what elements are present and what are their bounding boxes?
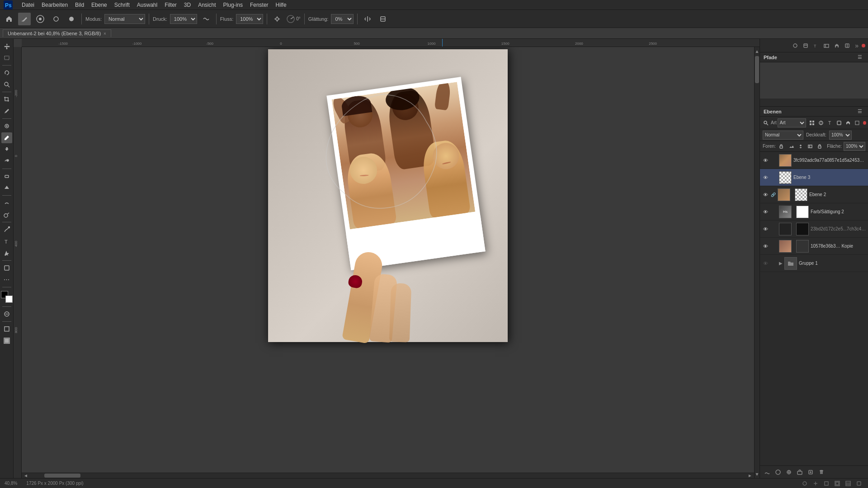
brush-tool-button[interactable] bbox=[18, 13, 31, 25]
paint-bucket-tool[interactable] bbox=[1, 183, 12, 193]
add-new-layer-button[interactable] bbox=[806, 468, 815, 477]
background-color[interactable] bbox=[5, 296, 13, 303]
brush-tool[interactable] bbox=[1, 132, 12, 143]
menu-datei[interactable]: Datei bbox=[18, 1, 38, 9]
filter-smart-icon[interactable] bbox=[844, 118, 852, 127]
lock-transparent-button[interactable] bbox=[778, 142, 785, 151]
move-tool[interactable] bbox=[1, 41, 12, 52]
layer-visibility-6[interactable]: 👁 bbox=[762, 243, 769, 250]
layer-item[interactable]: 👁 3fc992adc9a77a0857e1d5a245361ec1 bbox=[760, 152, 868, 169]
symmetry-button[interactable] bbox=[361, 13, 374, 25]
quick-mask-tool[interactable] bbox=[1, 309, 12, 319]
layer-item[interactable]: 👁 23bd2d172c2e5...7ch3c42734_Kopie... bbox=[760, 221, 868, 238]
scroll-down-button[interactable]: ▼ bbox=[755, 470, 760, 478]
add-layer-style-button[interactable] bbox=[763, 468, 772, 477]
add-mask-button[interactable] bbox=[774, 468, 783, 477]
fluss-select[interactable]: 100% bbox=[236, 14, 263, 24]
layer-visibility-3[interactable]: 👁 bbox=[762, 191, 769, 198]
document-canvas[interactable] bbox=[268, 49, 508, 342]
menu-bearbeiten[interactable]: Bearbeiten bbox=[38, 1, 71, 9]
panel-icon-5[interactable] bbox=[832, 41, 841, 50]
menu-bild[interactable]: Bild bbox=[71, 1, 88, 9]
layer-visibility-2[interactable]: 👁 bbox=[762, 174, 769, 181]
eraser-tool[interactable] bbox=[1, 171, 12, 182]
panel-icon-4[interactable] bbox=[822, 41, 831, 50]
fill-select[interactable]: 100% bbox=[844, 142, 865, 151]
pfade-menu[interactable]: ☰ bbox=[855, 53, 864, 62]
glaettung-select[interactable]: 0% bbox=[331, 14, 354, 24]
pen-tool[interactable] bbox=[1, 224, 12, 235]
dodge-tool[interactable] bbox=[1, 209, 12, 220]
shapes-tool[interactable] bbox=[1, 263, 12, 273]
airbrush-button[interactable] bbox=[200, 13, 212, 25]
quick-select-tool[interactable] bbox=[1, 79, 12, 90]
scroll-right-button[interactable]: ► bbox=[746, 473, 754, 478]
group-arrow[interactable]: ▶ bbox=[779, 261, 783, 266]
color-swatches[interactable] bbox=[1, 291, 13, 303]
panel-expand-button[interactable]: » bbox=[855, 42, 859, 49]
extra-screen-mode[interactable] bbox=[1, 335, 12, 346]
layer-item[interactable]: 👁 10578e36b3… Kopie bbox=[760, 238, 868, 255]
filter-text-icon[interactable]: T bbox=[826, 118, 834, 127]
layer-visibility-1[interactable]: 👁 bbox=[762, 157, 769, 164]
menu-auswahl[interactable]: Auswahl bbox=[133, 1, 161, 9]
crop-tool[interactable] bbox=[1, 94, 12, 105]
status-icon-3[interactable] bbox=[822, 479, 831, 488]
lock-artboard-button[interactable] bbox=[806, 142, 814, 151]
tab-close-button[interactable]: × bbox=[104, 31, 106, 36]
brush-hardness-button[interactable] bbox=[65, 13, 78, 25]
status-icon-4[interactable] bbox=[833, 479, 842, 488]
panel-icon-6[interactable] bbox=[843, 41, 852, 50]
layer-item[interactable]: 👁 ▶ Gruppe 1 bbox=[760, 255, 868, 272]
brush-preset-button[interactable] bbox=[50, 13, 62, 25]
blend-mode-select[interactable]: Normal bbox=[763, 131, 803, 140]
menu-3d[interactable]: 3D bbox=[180, 1, 194, 9]
spot-heal-tool[interactable] bbox=[1, 121, 12, 131]
menu-schrift[interactable]: Schrift bbox=[111, 1, 133, 9]
scrollbar-thumb-h[interactable] bbox=[44, 474, 80, 478]
status-icon-6[interactable] bbox=[854, 479, 863, 488]
filter-effect-icon[interactable] bbox=[853, 118, 861, 127]
layer-item[interactable]: 👁 Hs Farb/Sättigung 2 bbox=[760, 203, 868, 221]
menu-fenster[interactable]: Fenster bbox=[246, 1, 272, 9]
tab-document[interactable]: Unbenannt-2 bei 40,8% (Ebene 3, RGB/8) × bbox=[3, 29, 111, 37]
scroll-up-button[interactable]: ▲ bbox=[755, 47, 760, 55]
blur-tool[interactable] bbox=[1, 197, 12, 208]
history-brush-tool[interactable] bbox=[1, 156, 12, 167]
screen-mode-button[interactable] bbox=[1, 324, 12, 334]
more-tools[interactable]: ··· bbox=[1, 274, 12, 285]
status-icon-5[interactable] bbox=[844, 479, 853, 488]
layer-visibility-7[interactable]: 👁 bbox=[762, 260, 769, 267]
opacity-select[interactable]: 100% bbox=[829, 131, 852, 140]
lasso-tool[interactable] bbox=[1, 67, 12, 78]
menu-plugins[interactable]: Plug-ins bbox=[220, 1, 246, 9]
layer-visibility-5[interactable]: 👁 bbox=[762, 225, 769, 233]
status-icon-2[interactable] bbox=[811, 479, 820, 488]
filter-shape-icon[interactable] bbox=[835, 118, 843, 127]
layer-item[interactable]: 👁 Ebene 3 bbox=[760, 169, 868, 186]
lock-all-button[interactable] bbox=[816, 142, 823, 151]
clone-stamp-tool[interactable] bbox=[1, 144, 12, 155]
panel-icon-2[interactable] bbox=[801, 41, 810, 50]
path-select-tool[interactable] bbox=[1, 248, 12, 258]
scroll-left-button[interactable]: ◄ bbox=[22, 473, 30, 478]
filter-type-select[interactable]: Art bbox=[778, 118, 806, 127]
add-group-button[interactable] bbox=[795, 468, 804, 477]
extra-button[interactable] bbox=[377, 13, 389, 25]
menu-ansicht[interactable]: Ansicht bbox=[194, 1, 219, 9]
status-icon-1[interactable] bbox=[800, 479, 809, 488]
druck-select[interactable]: 100% bbox=[170, 14, 197, 24]
marquee-tool[interactable] bbox=[1, 52, 12, 63]
settings-button[interactable] bbox=[271, 13, 283, 25]
lock-position-button[interactable] bbox=[797, 142, 804, 151]
menu-hilfe[interactable]: Hilfe bbox=[272, 1, 290, 9]
menu-filter[interactable]: Filter bbox=[161, 1, 180, 9]
scrollbar-thumb-v[interactable] bbox=[755, 56, 759, 83]
ebenen-menu[interactable]: ☰ bbox=[855, 107, 864, 116]
home-button[interactable] bbox=[3, 13, 15, 25]
filter-adjust-icon[interactable] bbox=[817, 118, 825, 127]
add-adjustment-button[interactable] bbox=[784, 468, 793, 477]
panel-icon-3[interactable]: T bbox=[811, 41, 821, 50]
text-tool[interactable]: T bbox=[1, 236, 12, 247]
filter-pixel-icon[interactable] bbox=[808, 118, 816, 127]
